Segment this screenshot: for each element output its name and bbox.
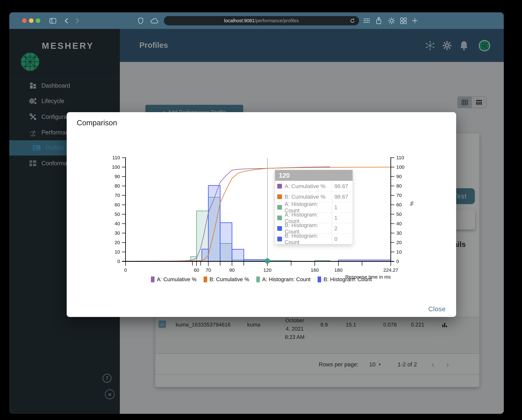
- url-path: /performance/profiles: [254, 18, 299, 23]
- tooltip-series-value: 98.67: [332, 191, 353, 202]
- settings-icon[interactable]: [388, 17, 395, 25]
- svg-text:50: 50: [115, 211, 120, 217]
- svg-text:30: 30: [115, 230, 120, 236]
- grid-dots-icon[interactable]: [363, 18, 370, 24]
- legend-label: A: Cumulative %: [157, 276, 196, 283]
- tooltip-series-value: 1: [332, 202, 353, 212]
- svg-text:70: 70: [115, 193, 120, 198]
- cloud-icon[interactable]: [150, 18, 159, 24]
- series-swatch: [277, 226, 282, 231]
- svg-text:80: 80: [396, 183, 402, 188]
- legend-label: B: Cumulative %: [209, 276, 249, 283]
- svg-text:20: 20: [396, 240, 402, 245]
- tooltip-series-label: A: Cumulative %: [284, 183, 332, 189]
- series-swatch: [277, 184, 282, 188]
- tooltip-row: B: Cumulative %98.67: [275, 191, 353, 202]
- tooltip-row: B: Histogram: Count0: [275, 233, 353, 244]
- series-swatch: [277, 195, 282, 199]
- tooltip-series-label: B: Cumulative %: [284, 194, 332, 200]
- chart-legend: A: Cumulative %B: Cumulative %A: Histogr…: [67, 276, 456, 283]
- tooltip-header: 120: [275, 170, 353, 181]
- svg-text:0: 0: [124, 267, 127, 273]
- screenshot-stage: localhost:9081/performance/profiles: [0, 0, 522, 420]
- svg-text:90: 90: [396, 174, 402, 179]
- svg-text:%: %: [409, 201, 415, 206]
- legend-item[interactable]: A: Cumulative %: [151, 276, 196, 283]
- close-window-button[interactable]: [22, 18, 27, 23]
- svg-text:90: 90: [229, 267, 235, 273]
- tooltip-row: A: Histogram: Count1: [275, 212, 353, 223]
- share-icon[interactable]: [376, 17, 382, 25]
- svg-text:100: 100: [396, 164, 404, 170]
- svg-text:60: 60: [396, 202, 402, 207]
- legend-label: A: Histogram: Count: [262, 276, 310, 283]
- sidebar-toggle-icon[interactable]: [49, 18, 56, 24]
- browser-window: localhost:9081/performance/profiles: [9, 12, 504, 414]
- svg-text:80: 80: [115, 183, 120, 188]
- reload-icon[interactable]: [350, 18, 355, 24]
- legend-swatch: [151, 277, 154, 282]
- svg-text:0: 0: [396, 259, 399, 264]
- forward-icon[interactable]: [75, 18, 80, 25]
- tab-overview-icon[interactable]: [400, 17, 407, 25]
- svg-text:180: 180: [334, 267, 342, 273]
- tooltip-row: A: Cumulative %98.67: [275, 181, 353, 191]
- svg-text:60: 60: [194, 267, 199, 273]
- comparison-modal: Comparison 00101020203030404050506060707…: [67, 112, 456, 317]
- legend-item[interactable]: B: Cumulative %: [204, 276, 249, 283]
- comparison-chart[interactable]: 0010102020303040405050606070708080909010…: [67, 112, 456, 317]
- svg-text:60: 60: [115, 202, 120, 207]
- svg-text:70: 70: [206, 267, 211, 273]
- svg-text:0: 0: [117, 259, 120, 264]
- url-bar[interactable]: localhost:9081/performance/profiles: [164, 16, 359, 25]
- series-swatch: [277, 237, 282, 241]
- svg-text:40: 40: [396, 221, 402, 226]
- svg-text:50: 50: [396, 211, 402, 217]
- tooltip-series-value: 1: [332, 213, 353, 223]
- close-button[interactable]: Close: [428, 305, 446, 313]
- svg-text:10: 10: [115, 249, 120, 255]
- chart-tooltip: 120 A: Cumulative %98.67B: Cumulative %9…: [275, 170, 353, 244]
- legend-swatch: [204, 277, 207, 282]
- legend-item[interactable]: A: Histogram: Count: [256, 276, 310, 283]
- svg-text:70: 70: [396, 193, 402, 198]
- legend-label: B: Histogram: Count: [323, 276, 372, 283]
- svg-text:160: 160: [311, 267, 319, 273]
- svg-text:224.27: 224.27: [383, 267, 398, 273]
- svg-text:110: 110: [396, 155, 404, 160]
- tooltip-series-value: 98.67: [332, 181, 353, 191]
- minimize-window-button[interactable]: [29, 18, 33, 23]
- tooltip-series-label: B: Histogram: Count: [284, 232, 332, 245]
- svg-text:10: 10: [396, 249, 402, 255]
- svg-text:90: 90: [115, 174, 120, 179]
- series-swatch: [277, 205, 282, 210]
- tooltip-row: B: Histogram: Count2: [275, 223, 353, 233]
- zoom-window-button[interactable]: [36, 18, 40, 23]
- back-icon[interactable]: [64, 18, 69, 25]
- svg-text:30: 30: [396, 230, 402, 236]
- legend-swatch: [256, 277, 260, 282]
- new-tab-icon[interactable]: [411, 17, 418, 25]
- tooltip-series-value: 2: [332, 223, 353, 233]
- tooltip-row: A: Histogram: Count1: [275, 202, 353, 212]
- svg-text:120: 120: [263, 267, 272, 273]
- svg-text:20: 20: [115, 240, 120, 245]
- url-host: localhost:9081: [224, 18, 254, 23]
- svg-text:40: 40: [115, 221, 120, 226]
- legend-item[interactable]: B: Histogram: Count: [318, 276, 372, 283]
- svg-text:110: 110: [112, 155, 120, 160]
- tooltip-series-value: 0: [332, 234, 353, 244]
- series-swatch: [277, 216, 282, 220]
- legend-swatch: [318, 277, 321, 282]
- svg-text:100: 100: [112, 164, 120, 170]
- browser-chrome: localhost:9081/performance/profiles: [9, 12, 504, 29]
- shield-icon[interactable]: [138, 17, 144, 25]
